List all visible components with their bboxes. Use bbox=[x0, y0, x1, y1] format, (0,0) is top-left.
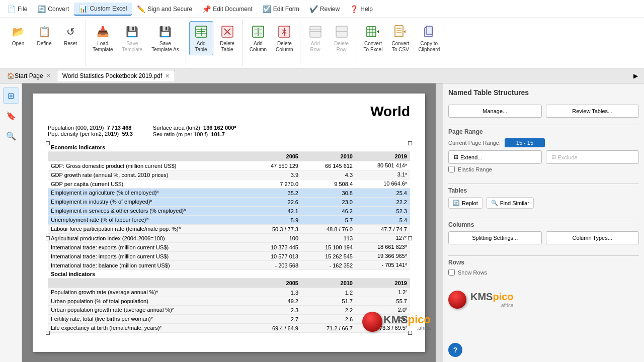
menu-edit-document[interactable]: 📌 Edit Document bbox=[197, 3, 258, 15]
save-template-as-button[interactable]: 💾 SaveTemplate As bbox=[148, 21, 182, 55]
watermark: KMSpico .africa bbox=[362, 312, 431, 332]
review-tables-button[interactable]: Review Tables... bbox=[546, 105, 639, 118]
column-headers-economic: 2005 2010 2019 bbox=[48, 152, 410, 161]
table-row: Fertility rate, total (live births per w… bbox=[48, 315, 410, 324]
add-column-icon bbox=[250, 24, 266, 40]
delete-column-button[interactable]: DeleteColumn bbox=[272, 21, 296, 55]
table-row: GDP growth rate (annual %, const. 2010 p… bbox=[48, 170, 410, 179]
resize-handle-tl[interactable] bbox=[46, 141, 50, 145]
column-types-button[interactable]: Column Types... bbox=[546, 231, 639, 244]
rows-section: Rows Show Rows bbox=[448, 255, 639, 278]
convert-csv-icon bbox=[392, 24, 409, 40]
delete-row-button[interactable]: DeleteRow bbox=[330, 21, 354, 55]
table-row: International trade: imports (million cu… bbox=[48, 252, 410, 261]
open-button[interactable]: 📂 Open bbox=[6, 21, 30, 49]
resize-handle-bl[interactable] bbox=[46, 331, 50, 335]
elastic-range-row: Elastic Range bbox=[448, 166, 639, 172]
replot-icon: 🔄 bbox=[453, 200, 460, 206]
menu-custom-excel[interactable]: 📊 Custom Excel bbox=[74, 3, 132, 16]
table-row: Urban population growth rate (average an… bbox=[48, 306, 410, 315]
svg-rect-33 bbox=[426, 26, 432, 34]
excel-icon: 📊 bbox=[79, 5, 88, 13]
table-row: GDP per capita (current US$) 7 270.09 50… bbox=[48, 179, 410, 189]
table-row: Life expectancy at birth (female/male, y… bbox=[48, 324, 410, 333]
table-row: International trade: exports (million cu… bbox=[48, 243, 410, 252]
meta-surface: Surface area (km2) 136 162 000ᵃ bbox=[153, 125, 236, 131]
table-row: Urban population (% of total population)… bbox=[48, 297, 410, 306]
current-page-range-row: Current Page Range: bbox=[448, 138, 639, 147]
menu-review[interactable]: ✔️ Review bbox=[304, 3, 345, 15]
tab-close-button[interactable]: ✕ bbox=[165, 73, 170, 79]
help-section: ? bbox=[448, 338, 639, 357]
replot-button[interactable]: 🔄 Replot bbox=[448, 197, 482, 209]
review-icon: ✔️ bbox=[309, 5, 318, 13]
page-range-input[interactable] bbox=[505, 138, 545, 147]
document-title: World bbox=[48, 104, 410, 120]
define-icon: 📋 bbox=[36, 24, 52, 40]
menu-bar: 📄 File 🔄 Convert 📊 Custom Excel ✏️ Sign … bbox=[0, 0, 644, 18]
panel-watermark: KMSpico .africa bbox=[448, 291, 639, 309]
convert-excel-button[interactable]: ConvertTo Excel bbox=[360, 21, 386, 55]
define-button[interactable]: 📋 Define bbox=[32, 21, 56, 49]
add-column-button[interactable]: AddColumn bbox=[246, 21, 270, 55]
add-row-button[interactable]: AddRow bbox=[303, 21, 328, 55]
find-similar-button[interactable]: 🔍 Find Similar bbox=[487, 197, 534, 209]
menu-file[interactable]: 📄 File bbox=[2, 3, 32, 15]
menu-help[interactable]: ❓ Help bbox=[345, 3, 378, 15]
show-rows-row: Show Rows bbox=[448, 269, 639, 276]
extend-icon: ⊞ bbox=[454, 154, 458, 160]
sidebar-bookmarks[interactable]: 🔖 bbox=[3, 108, 19, 124]
extend-button[interactable]: ⊞ Extend... bbox=[448, 150, 542, 164]
panel-watermark-sub: .africa bbox=[470, 303, 514, 308]
reset-button[interactable]: ↺ Reset bbox=[58, 21, 83, 49]
sidebar-search[interactable]: 🔍 bbox=[3, 128, 19, 144]
ribbon-group-column: AddColumn DeleteColumn bbox=[244, 20, 300, 66]
document-area: World Population (000, 2019) 7 713 468 P… bbox=[22, 83, 436, 362]
tab-pdf-document[interactable]: World Statistics Pocketbook 2019.pdf ✕ bbox=[57, 70, 176, 81]
tables-section: Tables 🔄 Replot 🔍 Find Similar bbox=[448, 184, 639, 209]
manage-button[interactable]: Manage... bbox=[448, 105, 542, 118]
home-icon: 🏠 bbox=[7, 72, 15, 79]
copy-clipboard-icon bbox=[421, 24, 437, 40]
columns-section: Columns Splitting Settings... Column Typ… bbox=[448, 218, 639, 246]
save-template-button[interactable]: 💾 SaveTemplate bbox=[119, 21, 146, 55]
sign-icon: ✏️ bbox=[137, 5, 145, 13]
table-row-selected: Employment in agriculture (% of employed… bbox=[48, 189, 410, 198]
load-template-button[interactable]: 📥 LoadTemplate bbox=[89, 21, 117, 55]
panel-watermark-circle bbox=[448, 291, 466, 309]
menu-edit-form[interactable]: ☑️ Edit Form bbox=[258, 3, 304, 15]
exclude-button[interactable]: ⊟ Exclude bbox=[546, 150, 639, 164]
delete-table-button[interactable]: DeleteTable bbox=[215, 21, 239, 55]
tab-start-page[interactable]: 🏠 Start Page ✕ bbox=[2, 70, 56, 81]
elastic-range-checkbox[interactable] bbox=[448, 166, 455, 172]
sidebar-thumbnails[interactable]: ⊞ bbox=[3, 87, 19, 104]
save-as-icon: 💾 bbox=[157, 24, 173, 40]
delete-table-icon bbox=[219, 24, 235, 40]
show-rows-checkbox[interactable] bbox=[448, 269, 455, 276]
splitting-settings-button[interactable]: Splitting Settings... bbox=[448, 231, 542, 244]
delete-column-icon bbox=[276, 24, 292, 40]
tab-expand-button[interactable]: ▶ bbox=[629, 70, 642, 81]
resize-handle-mr[interactable] bbox=[408, 236, 412, 240]
svg-marker-26 bbox=[377, 30, 379, 33]
watermark-logo bbox=[362, 312, 382, 332]
extend-exclude-row: ⊞ Extend... ⊟ Exclude bbox=[448, 150, 639, 164]
vertical-scrollbar[interactable] bbox=[436, 83, 443, 362]
delete-row-icon bbox=[334, 24, 350, 40]
svg-marker-31 bbox=[404, 30, 406, 33]
exclude-icon: ⊟ bbox=[551, 154, 556, 160]
convert-csv-button[interactable]: ConvertTo CSV bbox=[388, 21, 413, 55]
load-template-icon: 📥 bbox=[95, 24, 111, 40]
menu-convert[interactable]: 🔄 Convert bbox=[32, 3, 74, 15]
help-button[interactable]: ? bbox=[448, 343, 462, 357]
add-table-button[interactable]: AddTable bbox=[189, 21, 213, 55]
open-icon: 📂 bbox=[10, 24, 26, 40]
menu-sign-secure[interactable]: ✏️ Sign and Secure bbox=[132, 3, 197, 15]
copy-clipboard-button[interactable]: Copy toClipboard bbox=[415, 21, 443, 55]
file-icon: 📄 bbox=[7, 5, 16, 13]
add-table-icon bbox=[193, 24, 209, 40]
table-row: Agricultural production index (2004-2006… bbox=[48, 234, 410, 243]
resize-handle-tr[interactable] bbox=[408, 141, 412, 145]
panel-title: Named Table Structures bbox=[448, 88, 639, 97]
resize-handle-ml[interactable] bbox=[46, 236, 50, 240]
